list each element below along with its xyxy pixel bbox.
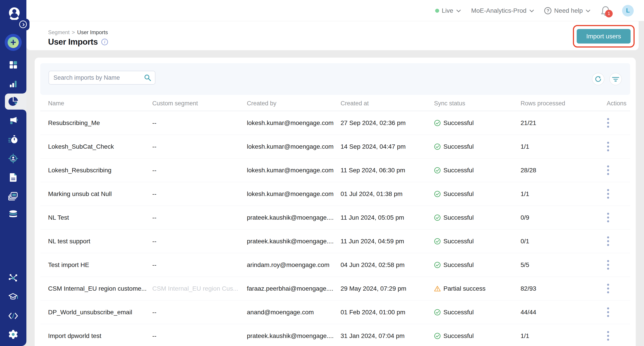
table-row: NL test support -- prateek.kaushik@moeng…: [40, 229, 630, 253]
target-user-icon: [8, 154, 18, 164]
sidebar-item-integrations[interactable]: [0, 270, 26, 287]
row-actions-kebab[interactable]: [605, 282, 611, 295]
notification-badge: 1: [605, 10, 613, 17]
refresh-icon: [594, 75, 602, 83]
database-icon: [8, 210, 18, 219]
row-actions-kebab[interactable]: [605, 235, 611, 248]
created-by: prateek.kaushik@moengage....: [247, 214, 334, 221]
row-actions-kebab[interactable]: [605, 258, 611, 271]
sidebar-item-segment[interactable]: [0, 93, 26, 110]
search-box: [48, 71, 156, 85]
created-at: 11 Jun 2024, 04:59 pm: [340, 238, 404, 245]
sidebar-item-cards[interactable]: [0, 188, 26, 205]
created-by: lokesh.kumar@moengage.com: [247, 143, 334, 150]
sidebar-expand-button[interactable]: [19, 20, 27, 28]
breadcrumb-current: User Imports: [77, 29, 108, 35]
column-header-actions: Actions: [602, 100, 626, 107]
breadcrumb-segment[interactable]: Segment: [48, 29, 70, 35]
rows-processed: 82/93: [520, 285, 536, 292]
help-dropdown[interactable]: ? Need help: [544, 7, 589, 14]
row-actions-kebab[interactable]: [605, 306, 611, 319]
custom-segment: --: [152, 167, 156, 174]
dashboard-grid-icon: [9, 60, 18, 69]
sidebar-item-developer[interactable]: [0, 307, 26, 324]
created-at: 01 Jul 2024, 01:38 pm: [340, 190, 402, 197]
table-row: Test import HE -- arindam.roy@moengage.c…: [40, 253, 630, 277]
table-row: NL Test -- prateek.kaushik@moengage.... …: [40, 206, 630, 229]
table-row: DP_World_unsubscribe_email -- anand@moen…: [40, 301, 630, 324]
graduation-cap-icon: [8, 292, 18, 302]
created-at: 29 May 2024, 07:29 pm: [340, 285, 406, 292]
refresh-button[interactable]: [592, 73, 604, 85]
table-row: Lokesh_SubCat_Check -- lokesh.kumar@moen…: [40, 135, 630, 159]
chevron-down-icon: [530, 8, 534, 12]
table-header: Name Custom segment Created by Created a…: [40, 96, 630, 111]
sync-status: Successful: [444, 190, 474, 197]
import-users-button[interactable]: Import users: [577, 29, 630, 43]
import-name: NL test support: [48, 238, 90, 245]
success-check-icon: [434, 309, 441, 316]
rows-processed: 0/1: [520, 238, 529, 245]
sync-status: Successful: [444, 238, 474, 245]
warning-triangle-icon: [434, 285, 441, 292]
page-header-panel: Segment > User Imports User Imports i Im…: [26, 21, 639, 50]
page-title: User Imports: [48, 37, 98, 47]
sidebar-item-dashboard[interactable]: [0, 56, 26, 73]
filter-icon: [612, 76, 620, 82]
search-input[interactable]: [49, 74, 144, 81]
chevron-down-icon: [456, 8, 461, 12]
row-actions-kebab[interactable]: [605, 211, 611, 224]
success-check-icon: [434, 143, 441, 150]
import-name: NL Test: [48, 214, 69, 221]
sidebar-item-create[interactable]: +: [0, 34, 26, 51]
row-actions-kebab[interactable]: [605, 140, 611, 153]
sidebar-item-audience[interactable]: [0, 150, 26, 167]
sync-status: Successful: [444, 309, 474, 316]
sync-status: Successful: [444, 332, 474, 340]
plus-icon: +: [5, 34, 22, 51]
rows-processed: 1/1: [520, 143, 529, 150]
workspace-label: MoE-Analytics-Prod: [471, 7, 526, 14]
import-name: Test import HE: [48, 261, 89, 268]
import-name: DP_World_unsubscribe_email: [48, 309, 132, 316]
search-icon: [144, 74, 152, 81]
table-row: CSM Internal_EU region custome... CSM In…: [40, 277, 630, 301]
sync-status: Successful: [444, 261, 474, 269]
import-name: Import dpworld test: [48, 332, 101, 339]
environment-dropdown[interactable]: Live: [435, 7, 460, 14]
row-actions-kebab[interactable]: [605, 116, 611, 130]
sidebar-item-data[interactable]: [0, 206, 26, 223]
rows-processed: 28/28: [520, 167, 536, 174]
moengage-logo-icon[interactable]: [8, 7, 20, 21]
created-at: 31 Jan 2024, 07:04 pm: [340, 332, 404, 339]
workspace-dropdown[interactable]: MoE-Analytics-Prod: [471, 7, 533, 14]
table-row: Resubscribing_Me -- lokesh.kumar@moengag…: [40, 111, 630, 135]
custom-segment: --: [152, 238, 156, 245]
filter-button[interactable]: [609, 73, 622, 85]
table-row: Marking unsub cat Null -- lokesh.kumar@m…: [40, 182, 630, 206]
success-check-icon: [434, 120, 441, 126]
custom-segment: --: [152, 143, 156, 150]
breadcrumb-separator: >: [72, 29, 75, 35]
row-actions-kebab[interactable]: [605, 329, 611, 343]
sidebar-item-templates[interactable]: [0, 169, 26, 186]
row-actions-kebab[interactable]: [605, 164, 611, 177]
sidebar-item-settings[interactable]: [0, 326, 26, 343]
table-toolbar: [40, 63, 630, 95]
created-at: 01 Feb 2024, 01:00 pm: [340, 309, 406, 316]
sidebar-item-academy[interactable]: [0, 288, 26, 305]
created-by: prateek.kaushik@moengage....: [247, 332, 334, 339]
notifications-button[interactable]: 1: [600, 5, 610, 16]
created-at: 11 Jun 2024, 05:05 pm: [340, 214, 404, 221]
created-at: 27 Sep 2024, 02:36 pm: [340, 119, 406, 126]
info-icon[interactable]: i: [101, 39, 108, 45]
sidebar-item-analytics[interactable]: [0, 75, 26, 92]
sync-status: Partial success: [444, 285, 486, 292]
row-actions-kebab[interactable]: [605, 187, 611, 200]
import-name: Lokesh_Resubscribing: [48, 167, 111, 174]
sidebar-item-flows[interactable]: [0, 131, 26, 148]
success-check-icon: [434, 214, 441, 221]
sidebar-item-campaigns[interactable]: [0, 112, 26, 129]
created-by: arindam.roy@moengage.com: [247, 261, 330, 268]
avatar[interactable]: L: [622, 5, 634, 16]
